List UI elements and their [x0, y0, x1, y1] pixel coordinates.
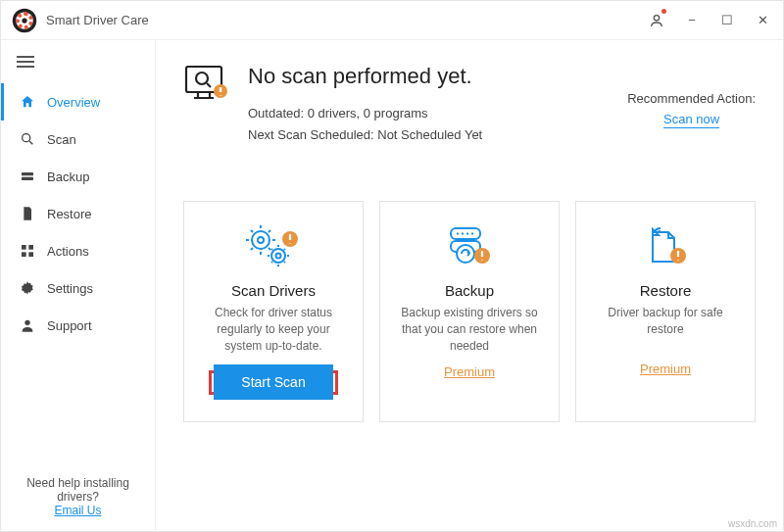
- page-title: No scan performed yet.: [248, 64, 482, 89]
- card-restore: Restore Driver backup for safe restore P…: [575, 201, 756, 421]
- card-title: Scan Drivers: [231, 282, 316, 299]
- menu-toggle-button[interactable]: [1, 40, 155, 83]
- sidebar: Overview Scan Backup Restore Actions Set…: [1, 40, 156, 531]
- account-icon[interactable]: [642, 6, 671, 35]
- svg-rect-9: [22, 252, 26, 257]
- card-backup: Backup Backup existing drivers so that y…: [379, 201, 560, 421]
- start-scan-button[interactable]: Start Scan: [214, 364, 332, 400]
- gears-icon: [243, 219, 304, 274]
- sidebar-item-label: Settings: [47, 281, 93, 296]
- sidebar-item-label: Scan: [47, 132, 76, 147]
- outdated-status: Outdated: 0 drivers, 0 programs: [248, 103, 482, 124]
- svg-point-14: [196, 73, 208, 84]
- svg-rect-5: [22, 172, 33, 175]
- sidebar-item-scan[interactable]: Scan: [1, 121, 155, 158]
- scan-now-link[interactable]: Scan now: [663, 112, 719, 128]
- search-icon: [20, 131, 35, 147]
- sidebar-footer: Need help installing drivers? Email Us: [1, 462, 155, 531]
- sidebar-item-label: Support: [47, 318, 92, 333]
- sidebar-item-label: Actions: [47, 244, 89, 259]
- sidebar-item-settings[interactable]: Settings: [1, 269, 155, 307]
- title-bar: Smart Driver Care − ☐ ✕: [1, 1, 783, 40]
- server-backup-icon: [439, 219, 500, 274]
- svg-point-23: [457, 245, 474, 263]
- email-us-link[interactable]: Email Us: [54, 504, 101, 517]
- svg-point-12: [24, 320, 29, 325]
- svg-rect-8: [28, 245, 33, 250]
- app-title: Smart Driver Care: [46, 13, 149, 28]
- svg-point-17: [258, 237, 264, 243]
- svg-rect-7: [22, 245, 26, 250]
- sidebar-item-backup[interactable]: Backup: [1, 158, 155, 195]
- sidebar-item-label: Backup: [47, 169, 89, 184]
- gear-icon: [20, 280, 35, 296]
- next-scan-status: Next Scan Scheduled: Not Scheduled Yet: [248, 124, 482, 146]
- sidebar-item-overview[interactable]: Overview: [1, 83, 155, 121]
- card-title: Restore: [640, 282, 692, 299]
- sidebar-item-restore[interactable]: Restore: [1, 195, 155, 232]
- svg-rect-10: [28, 252, 33, 257]
- file-restore-icon: [635, 219, 696, 274]
- restore-icon: [20, 206, 35, 221]
- card-desc: Check for driver status regularly to kee…: [198, 305, 349, 354]
- svg-point-3: [654, 15, 659, 20]
- card-title: Backup: [445, 282, 494, 299]
- svg-rect-6: [22, 177, 33, 180]
- home-icon: [20, 94, 35, 110]
- recommended-label: Recommended Action:: [627, 91, 756, 106]
- start-scan-highlight: Start Scan: [209, 370, 337, 395]
- recommended-action: Recommended Action: Scan now: [627, 91, 756, 126]
- card-desc: Driver backup for safe restore: [590, 305, 741, 352]
- svg-point-4: [23, 134, 30, 142]
- main-content: No scan performed yet. Outdated: 0 drive…: [156, 40, 783, 531]
- svg-point-2: [22, 18, 26, 23]
- notification-dot-icon: [662, 9, 666, 14]
- svg-point-19: [276, 254, 281, 259]
- sidebar-item-actions[interactable]: Actions: [1, 232, 155, 269]
- card-desc: Backup existing drivers so that you can …: [394, 305, 545, 354]
- monitor-scan-icon: [183, 64, 230, 110]
- card-scan-drivers: Scan Drivers Check for driver status reg…: [183, 201, 364, 421]
- close-button[interactable]: ✕: [748, 6, 777, 35]
- backup-icon: [20, 169, 35, 184]
- app-logo-icon: [11, 7, 38, 34]
- maximize-button[interactable]: ☐: [712, 6, 742, 35]
- svg-rect-21: [451, 228, 480, 239]
- svg-point-18: [271, 249, 285, 263]
- svg-point-16: [252, 231, 270, 249]
- watermark-text: wsxdn.com: [728, 518, 777, 529]
- grid-icon: [20, 243, 35, 259]
- minimize-button[interactable]: −: [677, 6, 707, 35]
- help-text: Need help installing drivers?: [11, 476, 145, 504]
- restore-premium-link[interactable]: Premium: [640, 362, 691, 376]
- sidebar-item-label: Restore: [47, 207, 92, 221]
- person-icon: [20, 317, 35, 333]
- backup-premium-link[interactable]: Premium: [444, 364, 495, 379]
- sidebar-item-support[interactable]: Support: [1, 307, 155, 344]
- sidebar-item-label: Overview: [47, 95, 100, 110]
